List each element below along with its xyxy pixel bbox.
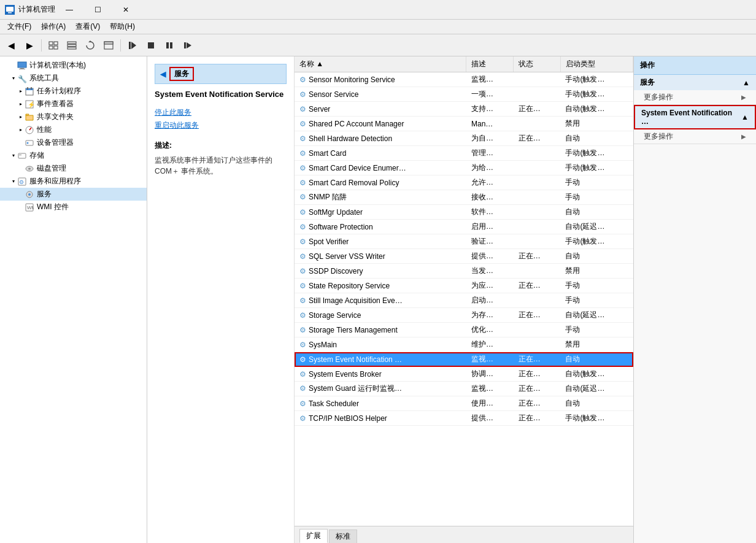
tab-expand[interactable]: 扩展 (299, 529, 328, 543)
panel-header-back-icon[interactable]: ◀ (160, 70, 166, 79)
service-desc-cell: 为应… (466, 279, 514, 293)
view3-button[interactable] (100, 37, 117, 54)
gear-icon: ⚙ (299, 399, 306, 408)
sidebar-item-storage[interactable]: ▾ 存储 (0, 149, 147, 162)
service-name-cell: ⚙SQL Server VSS Writer (295, 249, 466, 264)
table-row[interactable]: ⚙System Events Broker 协调… 正在… 自动(触发… (295, 367, 633, 382)
service-name-cell: ⚙SoftMgr Updater (295, 205, 466, 220)
service-startup-cell: 自动 (560, 352, 633, 367)
action-section-services-header[interactable]: 服务 ▲ (634, 75, 756, 90)
service-status-cell (514, 190, 561, 205)
service-status-cell (514, 72, 561, 87)
resume-button[interactable] (179, 37, 196, 54)
table-row[interactable]: ⚙SysMain 维护… 禁用 (295, 337, 633, 352)
sidebar-item-services[interactable]: 服务 (0, 188, 147, 201)
table-row[interactable]: ⚙Task Scheduler 使用… 正在… 自动 (295, 396, 633, 411)
content-area: ◀ 服务 System Event Notification Service 停… (147, 56, 633, 543)
refresh-button[interactable] (82, 37, 99, 54)
back-button[interactable]: ◀ (2, 37, 20, 54)
table-row[interactable]: ⚙Smart Card Device Enumer… 为给… 手动(触发… (295, 161, 633, 175)
menu-file[interactable]: 文件(F) (2, 20, 36, 33)
table-row[interactable]: ⚙Smart Card 管理… 手动(触发… (295, 146, 633, 161)
action-section-senservice-header[interactable]: System Event Notification … ▲ (634, 105, 756, 129)
table-row[interactable]: ⚙SSDP Discovery 当发… 禁用 (295, 264, 633, 279)
table-row[interactable]: ⚙Software Protection 启用… 自动(延迟… (295, 220, 633, 234)
table-row[interactable]: ⚙Storage Tiers Management 优化… 手动 (295, 323, 633, 337)
service-startup-cell: 禁用 (560, 264, 633, 279)
sidebar-item-taskscheduler[interactable]: ▸ 任务计划程序 (0, 85, 147, 98)
table-row[interactable]: ⚙Sensor Monitoring Service 监视… 手动(触发… (295, 72, 633, 87)
services-arrow (17, 191, 25, 198)
action-more-ops-2[interactable]: 更多操作 ▶ (634, 129, 756, 144)
pause-button[interactable] (161, 37, 178, 54)
service-name-cell: ⚙Software Protection (295, 220, 466, 234)
sidebar-label-eventviewer: 事件查看器 (37, 99, 74, 109)
table-row[interactable]: ⚙Shared PC Account Manager Man… 禁用 (295, 117, 633, 131)
gear-icon: ⚙ (299, 75, 306, 84)
table-row[interactable]: ⚙SoftMgr Updater 软件… 自动 (295, 205, 633, 220)
svg-text:🔧: 🔧 (18, 74, 27, 83)
service-desc-cell: 为给… (466, 161, 514, 175)
service-status-cell (514, 264, 561, 279)
service-desc-cell: 使用… (466, 396, 514, 411)
col-name[interactable]: 名称 ▲ (295, 56, 466, 72)
service-desc-cell: 验证… (466, 234, 514, 249)
sidebar-item-systemtools[interactable]: ▾ 🔧 系统工具 (0, 72, 147, 85)
svg-rect-13 (129, 42, 131, 49)
tab-standard[interactable]: 标准 (329, 530, 357, 543)
table-row[interactable]: ⚙State Repository Service 为应… 正在… 手动 (295, 279, 633, 293)
table-row[interactable]: ⚙SNMP 陷阱 接收… 手动 (295, 190, 633, 205)
sidebar-item-servicesapps[interactable]: ▾ ⚙ 服务和应用程序 (0, 175, 147, 188)
service-startup-cell: 手动(触发… (560, 234, 633, 249)
table-row[interactable]: ⚙System Event Notification … 监视… 正在… 自动 (295, 352, 633, 367)
table-row[interactable]: ⚙SQL Server VSS Writer 提供… 正在… 自动 (295, 249, 633, 264)
svg-text:WMI: WMI (27, 205, 34, 210)
restart-service-link[interactable]: 重启动此服务 (155, 120, 287, 131)
close-button[interactable]: ✕ (112, 0, 140, 20)
service-desc-cell: 管理… (466, 146, 514, 161)
action-more-ops-1[interactable]: 更多操作 ▶ (634, 90, 756, 104)
table-row[interactable]: ⚙Server 支持… 正在… 自动(触发… (295, 102, 633, 117)
maximize-button[interactable]: ☐ (83, 0, 112, 20)
services-table[interactable]: 名称 ▲ 描述 状态 启动类型 ⚙Sensor Monitoring Servi… (295, 56, 633, 526)
table-row[interactable]: ⚙System Guard 运行时监视… 监视… 正在… 自动(延迟… (295, 382, 633, 396)
view2-button[interactable] (63, 37, 80, 54)
sidebar-item-sharedfolder[interactable]: ▸ 共享文件夹 (0, 110, 147, 123)
service-desc-cell: 启动… (466, 293, 514, 308)
service-desc-cell: 接收… (466, 190, 514, 205)
table-row[interactable]: ⚙Storage Service 为存… 正在… 自动(延迟… (295, 308, 633, 323)
col-status[interactable]: 状态 (514, 56, 561, 72)
service-startup-cell: 手动(触发… (560, 411, 633, 426)
sidebar-item-root[interactable]: 计算机管理(本地) (0, 59, 147, 72)
menu-view[interactable]: 查看(V) (71, 20, 105, 33)
sidebar-item-wmi[interactable]: WMI WMI 控件 (0, 201, 147, 214)
action-more-ops-1-label: 更多操作 (644, 92, 673, 102)
stop-button[interactable] (142, 37, 160, 54)
view1-button[interactable] (45, 37, 62, 54)
menu-action[interactable]: 操作(A) (36, 20, 71, 33)
table-row[interactable]: ⚙TCP/IP NetBIOS Helper 提供… 正在… 手动(触发… (295, 411, 633, 426)
forward-button[interactable]: ▶ (21, 37, 38, 54)
sidebar-item-performance[interactable]: ▸ 性能 (0, 123, 147, 136)
services-container: ◀ 服务 System Event Notification Service 停… (147, 56, 633, 543)
stop-start-button[interactable] (124, 37, 141, 54)
table-row[interactable]: ⚙Smart Card Removal Policy 允许… 手动 (295, 175, 633, 190)
table-row[interactable]: ⚙Shell Hardware Detection 为自… 正在… 自动 (295, 131, 633, 146)
table-row[interactable]: ⚙Spot Verifier 验证… 手动(触发… (295, 234, 633, 249)
table-row[interactable]: ⚙Sensor Service 一项… 手动(触发… (295, 87, 633, 102)
service-desc-cell: 优化… (466, 323, 514, 337)
stop-service-link[interactable]: 停止此服务 (155, 107, 287, 118)
menu-help[interactable]: 帮助(H) (105, 20, 140, 33)
sidebar-item-devicemanager[interactable]: 设备管理器 (0, 136, 147, 149)
sidebar-item-diskmanager[interactable]: 磁盘管理 (0, 162, 147, 175)
sidebar-item-eventviewer[interactable]: ▸ ⚡ 事件查看器 (0, 98, 147, 110)
panel-header: ◀ 服务 (155, 64, 287, 84)
service-name-cell: ⚙System Guard 运行时监视… (295, 382, 466, 396)
col-desc[interactable]: 描述 (466, 56, 514, 72)
table-row[interactable]: ⚙Still Image Acquisition Eve… 启动… 手动 (295, 293, 633, 308)
minimize-button[interactable]: — (55, 0, 83, 20)
sidebar-label-sharedfolder: 共享文件夹 (37, 112, 74, 122)
svg-rect-17 (170, 42, 172, 48)
col-startup[interactable]: 启动类型 (560, 56, 633, 72)
svg-point-38 (28, 168, 31, 169)
